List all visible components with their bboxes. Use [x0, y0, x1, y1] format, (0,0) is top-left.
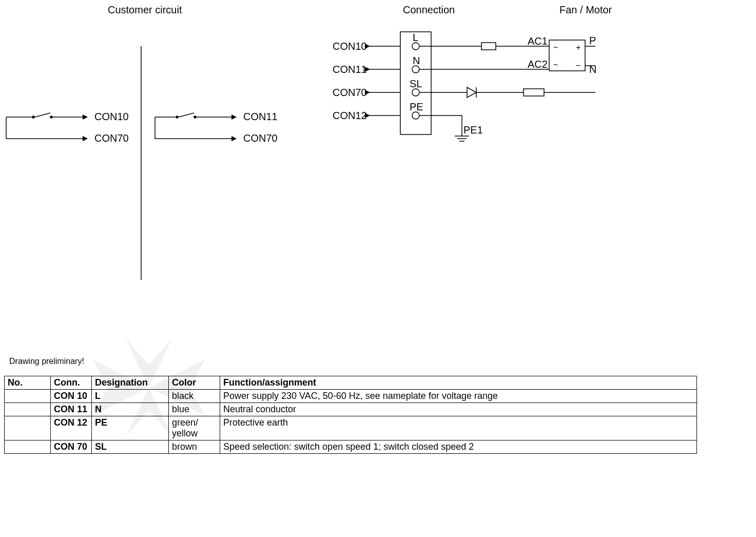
- rect-plus: +: [576, 43, 580, 52]
- terminal-PE: PE: [410, 101, 423, 112]
- svg-point-2: [176, 116, 178, 118]
- table-row: CON 10 L black Power supply 230 VAC, 50-…: [5, 390, 697, 403]
- cell-function: Neutral conductor: [220, 403, 697, 416]
- label-Nout: N: [589, 64, 596, 75]
- label-con11-left: CON11: [243, 111, 278, 122]
- table-row: CON 70 SL brown Speed selection: switch …: [5, 440, 697, 454]
- terminal-N: N: [413, 55, 420, 66]
- th-no: No.: [5, 376, 51, 390]
- th-color: Color: [169, 376, 220, 390]
- cell-conn: CON 70: [51, 440, 92, 454]
- label-ac2: AC2: [528, 59, 548, 70]
- cell-no: [5, 440, 51, 454]
- svg-rect-9: [481, 43, 496, 50]
- table-header-row: No. Conn. Designation Color Function/ass…: [5, 376, 697, 390]
- cell-no: [5, 416, 51, 440]
- rect-minus: –: [576, 61, 580, 69]
- cell-designation: N: [92, 403, 169, 416]
- svg-point-3: [194, 116, 196, 118]
- cell-designation: SL: [92, 440, 169, 454]
- header-fan-motor: Fan / Motor: [559, 4, 612, 16]
- label-P: P: [589, 35, 596, 46]
- label-con70: CON70: [333, 87, 367, 98]
- cell-color: blue: [169, 403, 220, 416]
- svg-point-8: [412, 112, 419, 119]
- th-conn: Conn.: [51, 376, 92, 390]
- cell-color: green/ yellow: [169, 416, 220, 440]
- cell-no: [5, 390, 51, 403]
- cell-conn: CON 12: [51, 416, 92, 440]
- label-con10: CON10: [333, 41, 367, 52]
- cell-function: Power supply 230 VAC, 50-60 Hz, see name…: [220, 390, 697, 403]
- wiring-diagram: CON10 CON70 CON11 CON70 CON10 CON11 CON7…: [0, 26, 756, 282]
- cell-function: Speed selection: switch open speed 1; sw…: [220, 440, 697, 454]
- svg-point-0: [32, 116, 34, 118]
- label-con12: CON12: [333, 110, 367, 121]
- label-con11: CON11: [333, 64, 367, 75]
- drawing-preliminary-note: Drawing preliminary!: [9, 357, 84, 366]
- label-con70-left2: CON70: [243, 132, 278, 144]
- label-ac1: AC1: [528, 35, 548, 47]
- rect-tilde1: ~: [553, 43, 558, 52]
- connection-table: No. Conn. Designation Color Function/ass…: [4, 376, 697, 454]
- svg-point-5: [412, 43, 419, 50]
- rect-tilde2: ~: [553, 61, 558, 69]
- cell-function: Protective earth: [220, 416, 697, 440]
- label-con10-left: CON10: [94, 111, 129, 122]
- cell-designation: PE: [92, 416, 169, 440]
- cell-designation: L: [92, 390, 169, 403]
- svg-point-6: [412, 66, 419, 73]
- svg-rect-10: [524, 89, 544, 96]
- cell-conn: CON 11: [51, 403, 92, 416]
- terminal-SL: SL: [410, 78, 422, 89]
- cell-color: brown: [169, 440, 220, 454]
- svg-point-1: [50, 116, 52, 118]
- terminal-L: L: [413, 32, 418, 43]
- header-customer-circuit: Customer circuit: [108, 4, 182, 16]
- cell-no: [5, 403, 51, 416]
- svg-point-7: [412, 89, 419, 96]
- cell-color: black: [169, 390, 220, 403]
- header-connection: Connection: [403, 4, 455, 16]
- th-designation: Designation: [92, 376, 169, 390]
- label-pe1: PE1: [463, 124, 483, 136]
- table-row: CON 11 N blue Neutral conductor: [5, 403, 697, 416]
- th-function: Function/assignment: [220, 376, 697, 390]
- label-con70-left: CON70: [94, 132, 129, 144]
- cell-conn: CON 10: [51, 390, 92, 403]
- table-row: CON 12 PE green/ yellow Protective earth: [5, 416, 697, 440]
